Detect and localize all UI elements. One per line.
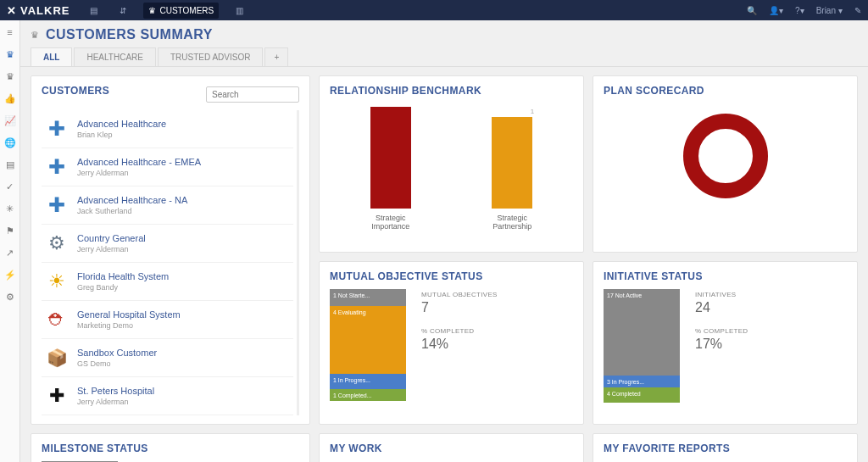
tab-healthcare[interactable]: HEALTHCARE [74,47,156,66]
customer-row[interactable]: ⚙ Country General Jerry Alderman [42,225,293,263]
brand-name: VALKRE [20,4,70,17]
menu-icon[interactable]: ≡ [5,27,15,37]
stack-segment: 4 Completed [604,387,680,403]
current-user[interactable]: Brian ▾ [816,6,843,15]
customer-icon: ✚ [45,384,69,408]
scorecard-title: PLAN SCORECARD [604,85,847,97]
favorites-title: MY FAVORITE REPORTS [604,443,847,454]
sidebar-doc-icon[interactable]: ▤ [5,159,15,170]
favorites-card: MY FAVORITE REPORTS ▦ All Completed Init… [593,433,858,462]
customer-name: St. Peters Hospital [77,386,154,396]
benchmark-card: RELATIONSHIP BENCHMARK Strategic Importa… [319,75,584,253]
sidebar-puzzle-icon[interactable]: ✳ [5,203,15,214]
customer-icon: ✚ [45,193,69,217]
stat-block: % COMPLETED 14% [421,327,498,352]
customer-row[interactable]: 📦 Sandbox Customer GS Demo [42,339,293,377]
benchmark-title: RELATIONSHIP BENCHMARK [330,85,573,97]
tabs: ALL HEALTHCARE TRUSTED ADVISOR + [20,47,868,67]
tab-all[interactable]: ALL [31,47,72,66]
sidebar-globe-icon[interactable]: 🌐 [5,137,15,148]
page-crown-icon: ♛ [31,30,39,41]
mutual-stack: 1 Not Starte...4 Evaluating1 In Progres.… [330,289,406,401]
sidebar-gear-icon[interactable]: ⚙ [5,292,15,302]
customer-name: Advanced Healthcare - NA [77,195,187,205]
customers-list[interactable]: ✚ Advanced Healthcare Brian Klep✚ Advanc… [42,110,299,415]
customer-row[interactable]: ⛑ General Hospital System Marketing Demo [42,301,293,339]
search-icon[interactable]: 🔍 [747,6,757,15]
stat-value: 14% [421,337,498,352]
stat-block: INITIATIVES 24 [695,291,748,315]
benchmark-bar: Strategic Importance [365,107,416,231]
stack-segment: 1 In Progres... [330,374,406,389]
stack-segment: 1 Completed... [330,389,406,401]
initiative-stats: INITIATIVES 24% COMPLETED 17% [695,289,748,403]
top-nav-customers-label: CUSTOMERS [159,6,214,15]
sidebar-chart-icon[interactable]: 📈 [5,115,15,125]
customer-icon: ⚙ [45,231,69,255]
stack-segment: 3 In Progres... [604,376,680,387]
top-nav-item-4[interactable]: ▥ [231,3,248,19]
stat-block: MUTUAL OBJECTIVES 7 [421,291,498,315]
customer-sub: Greg Bandy [77,283,169,292]
sidebar-flag-icon[interactable]: ⚑ [5,225,15,236]
customer-sub: Jerry Alderman [77,245,146,253]
tab-add[interactable]: + [264,47,288,66]
customer-icon: ✚ [45,117,69,141]
top-nav-item-customers[interactable]: ♛ CUSTOMERS [143,3,219,19]
logo-mark-icon: ✕ [7,4,17,17]
customer-name: General Hospital System [77,309,181,320]
customer-row[interactable]: ✚ Advanced Healthcare - NA Jack Sutherla… [42,186,293,225]
help-icon[interactable]: ?▾ [795,6,804,15]
stat-value: 7 [421,300,498,315]
sidebar-crown-icon[interactable]: ♛ [5,49,15,59]
edit-icon[interactable]: ✎ [854,6,861,15]
customer-sub: Brian Klep [77,131,166,139]
customer-row[interactable]: ✚ St. Peters Hospital Jerry Alderman [42,377,293,415]
sidebar-check-icon[interactable]: ✓ [5,181,15,192]
milestone-card: MILESTONE STATUS 20 Not Active MILESTONE… [31,433,310,462]
stat-label: MUTUAL OBJECTIVES [421,291,498,298]
mutual-title: MUTUAL OBJECTIVE STATUS [330,270,573,282]
search-input[interactable] [206,86,299,103]
mutual-stats: MUTUAL OBJECTIVES 7% COMPLETED 14% [421,289,498,401]
crown-icon: ♛ [148,6,156,15]
sidebar-thumb-icon[interactable]: 👍 [5,93,15,103]
user-menu-icon[interactable]: 👤▾ [769,6,783,15]
customer-sub: GS Demo [77,359,157,368]
page-header: ♛ CUSTOMERS SUMMARY [20,20,868,46]
stat-label: % COMPLETED [421,327,498,335]
customers-card: CUSTOMERS ✚ Advanced Healthcare Brian Kl… [31,75,310,425]
tab-trusted-advisor[interactable]: TRUSTED ADVISOR [158,47,263,66]
stat-label: % COMPLETED [695,327,748,335]
customers-title: CUSTOMERS [42,85,109,97]
top-nav-item-2[interactable]: ⇵ [114,3,131,19]
scorecard-donut [683,114,768,198]
stat-label: INITIATIVES [695,291,748,298]
customer-sub: Marketing Demo [77,321,181,330]
customer-sub: Jack Sutherland [77,207,187,215]
top-nav-item-1[interactable]: ▤ [85,3,103,19]
customer-sub: Jerry Alderman [77,398,154,406]
page-title: CUSTOMERS SUMMARY [46,27,213,42]
sidebar-crown2-icon[interactable]: ♛ [5,71,15,81]
customer-row[interactable]: ☀ Florida Health System Greg Bandy [42,263,293,301]
sidebar-share-icon[interactable]: ↗ [5,248,15,258]
content-grid: CUSTOMERS ✚ Advanced Healthcare Brian Kl… [20,67,868,462]
stat-block: % COMPLETED 17% [695,327,748,352]
stack-segment: 1 Not Starte... [330,289,406,306]
mywork-card: MY WORK ✚ Advanced Healthcare Define the… [319,433,584,462]
customer-name: Advanced Healthcare [77,119,166,129]
mutual-card: MUTUAL OBJECTIVE STATUS 1 Not Starte...4… [319,261,584,425]
sidebar-bolt-icon[interactable]: ⚡ [5,270,15,280]
initiative-title: INITIATIVE STATUS [604,270,847,282]
benchmark-chart: Strategic Importance1 Strategic Partners… [330,103,573,231]
initiative-card: INITIATIVE STATUS 17 Not Active3 In Prog… [593,261,858,425]
left-sidebar: ≡ ♛ ♛ 👍 📈 🌐 ▤ ✓ ✳ ⚑ ↗ ⚡ ⚙ [0,20,20,462]
mywork-title: MY WORK [330,443,573,454]
initiative-stack: 17 Not Active3 In Progres...4 Completed [604,289,680,403]
customer-sub: Jerry Alderman [77,169,201,177]
customer-row[interactable]: ✚ Advanced Healthcare - EMEA Jerry Alder… [42,148,293,186]
stack-segment: 4 Evaluating [330,306,406,374]
current-user-name: Brian [816,6,836,15]
customer-row[interactable]: ✚ Advanced Healthcare Brian Klep [42,110,293,148]
